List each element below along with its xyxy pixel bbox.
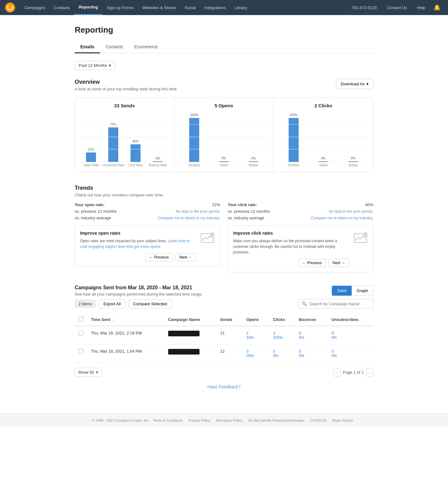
row2-unsubs-main[interactable]: 0 [332, 349, 370, 354]
reporting-tabs: Emails Contacts Ecommerce [75, 41, 373, 53]
open-rate-vs-prev: vs. previous 12 months No data in the pr… [75, 209, 220, 214]
footer-share-screen[interactable]: Share Screen [332, 419, 353, 422]
search-input[interactable] [309, 302, 370, 306]
campaigns-header: Campaigns Sent from Mar 18, 2020 - Mar 1… [75, 285, 373, 296]
opens-bar-desktop: 100% [179, 113, 209, 162]
click-tip-next-button[interactable]: Next → [328, 259, 349, 267]
download-chevron-icon: ▾ [366, 82, 369, 86]
open-rate-value: 22% [212, 202, 220, 207]
click-rate-tip-title: Improve click rates [233, 231, 349, 236]
row1-campaign-name-bar[interactable] [168, 331, 200, 336]
nav-contact-us[interactable]: Contact Us [382, 0, 411, 15]
opens-chart-area: 100% 0% 0% [179, 112, 269, 162]
graph-view-button[interactable]: Graph [352, 286, 373, 296]
row1-opens-main[interactable]: 2 [246, 331, 265, 335]
col-bounces: Bounces [295, 313, 328, 326]
opens-bar-tablet: 0% [209, 157, 239, 162]
nav-library[interactable]: Library [230, 0, 252, 15]
open-tip-prev-button[interactable]: ← Previous [145, 253, 173, 261]
row2-bounces-sub: 0% [299, 354, 324, 358]
row1-clicks-main[interactable]: 2 [273, 331, 291, 335]
nav-social[interactable]: Social [180, 0, 200, 15]
opens-x-labels: Desktop Tablet Mobile [179, 163, 269, 167]
table-header-row: Time Sent ↓ Campaign Name Sends Opens Cl… [75, 313, 373, 326]
date-filter-label: Past 12 Months [79, 63, 107, 68]
click-rate-industry-link[interactable]: Compare me to others in my industry. [311, 216, 373, 220]
open-rate-tip-content: Improve open rates Open rates are most i… [80, 231, 196, 261]
open-rate-tip-text: Open rates are most impacted by your sub… [80, 238, 196, 249]
clicks-chart-area: 100% 0% 0% [279, 112, 368, 162]
clicks-bar-mobile: 0% [338, 157, 368, 162]
row1-checkbox[interactable] [78, 331, 83, 336]
click-rate-vs-prev-label: vs. previous 12 months [228, 209, 270, 214]
open-tip-next-button[interactable]: Next → [175, 253, 196, 261]
sends-chart-area: 22% 78% 40% 0% [80, 112, 169, 162]
nav-campaigns[interactable]: Campaigns [20, 0, 50, 15]
nav-signup-forms[interactable]: Sign-up Forms [102, 0, 138, 15]
logo[interactable] [5, 3, 15, 13]
tab-emails[interactable]: Emails [75, 41, 100, 53]
footer-privacy[interactable]: Privacy Policy [189, 419, 210, 422]
campaigns-subtitle: See how all your campaigns performed dur… [75, 292, 203, 296]
row2-checkbox-cell [75, 344, 87, 363]
row2-unsubs-sub: 0% [332, 354, 370, 358]
nav-reporting[interactable]: Reporting [74, 0, 102, 15]
click-rate-tip-text: Make sure you always deliver on the prom… [233, 238, 349, 255]
click-rate-tip-nav: ← Previous Next → [233, 259, 349, 267]
row2-campaign-name [164, 344, 216, 363]
row2-clicks-sub: 0% [273, 354, 291, 358]
sort-icon: ↓ [113, 317, 115, 322]
items-badge: 2 Items [75, 300, 96, 308]
next-page-button[interactable]: › [366, 368, 373, 376]
table-view-button[interactable]: Table [332, 286, 352, 296]
row2-checkbox[interactable] [78, 349, 83, 354]
nav-phone: 781-472-8120 [347, 0, 381, 15]
row1-bounces-main[interactable]: 0 [299, 331, 324, 335]
open-rate-industry-link[interactable]: Compare me to others in my industry. [158, 216, 220, 220]
col-clicks: Clicks [269, 313, 295, 326]
tab-ecommerce[interactable]: Ecommerce [129, 41, 163, 53]
row2-bounces: 0 0% [295, 344, 328, 363]
row1-opens: 2 18% [243, 326, 269, 344]
compare-selected-button[interactable]: Compare Selected [129, 299, 172, 308]
click-tip-prev-button[interactable]: ← Previous [298, 259, 326, 267]
footer-antispam[interactable]: Anti-Spam Policy [216, 419, 243, 422]
nav-contacts[interactable]: Contacts [50, 0, 74, 15]
row2-opens-main[interactable]: 3 [246, 349, 265, 354]
row2-bounces-main[interactable]: 0 [299, 349, 324, 354]
row2-clicks-main[interactable]: 0 [273, 349, 291, 354]
tab-contacts[interactable]: Contacts [100, 41, 129, 53]
feedback-link[interactable]: Have Feedback? [207, 384, 241, 389]
show-select[interactable]: Show 50 ▾ [75, 368, 102, 377]
row1-unsubs-main[interactable]: 0 [332, 331, 370, 335]
opens-chart-title: 5 Opens [179, 103, 269, 108]
click-rate-vs-prev-value: No data in the prior period. [329, 209, 373, 214]
charts-grid: 23 Sends 22% 78% 40% 0% [75, 98, 373, 172]
click-rate-vs-prev: vs. previous 12 months No data in the pr… [228, 209, 373, 214]
export-all-button[interactable]: Export All [99, 299, 125, 308]
search-wrapper: 🔍 [298, 299, 373, 308]
row1-campaign-name [164, 326, 216, 344]
col-sends: Sends [216, 313, 243, 326]
footer-covid[interactable]: COVID-19 [310, 419, 326, 422]
nav-integrations[interactable]: Integrations [200, 0, 230, 15]
row1-bounces-sub: 0% [299, 335, 324, 340]
open-rate-label: Your open rate: [75, 202, 104, 207]
select-all-checkbox[interactable] [78, 317, 83, 322]
download-as-button[interactable]: Download As ▾ [336, 79, 373, 89]
notifications-icon[interactable]: 🔔 [431, 4, 443, 11]
nav-help[interactable]: Help [413, 0, 430, 15]
date-filter-chevron: ▾ [109, 63, 111, 68]
overview-text: Overview A look at some of your top emai… [75, 79, 178, 91]
date-filter[interactable]: Past 12 Months ▾ [75, 61, 115, 70]
footer-terms[interactable]: Terms & Conditions [153, 419, 183, 422]
row2-campaign-name-bar[interactable] [168, 349, 200, 355]
open-rate-tip-nav: ← Previous Next → [80, 253, 196, 261]
clicks-bar-tablet: 0% [308, 157, 338, 162]
open-rate-vs-industry: vs. industry average Compare me to other… [75, 216, 220, 220]
prev-page-button[interactable]: ‹ [333, 368, 340, 376]
row1-bounces: 0 0% [295, 326, 328, 344]
page-title: Reporting [75, 25, 373, 35]
nav-websites-stores[interactable]: Websites & Stores [138, 0, 180, 15]
footer-do-not-sell[interactable]: Do Not Sell My Personal Information [248, 419, 304, 422]
